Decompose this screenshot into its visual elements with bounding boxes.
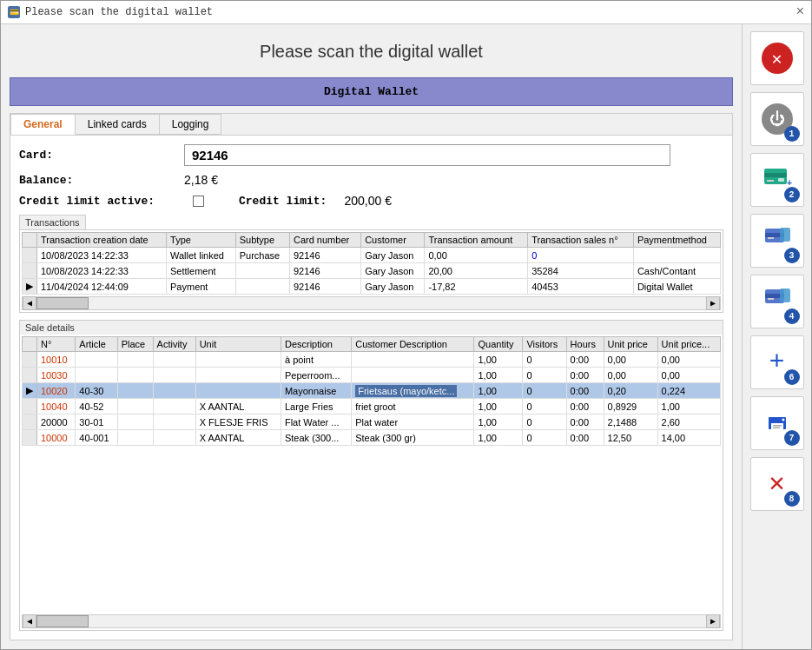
th-sd-place: Place bbox=[117, 337, 153, 352]
card-field-row: Card: 92146 bbox=[19, 144, 723, 166]
print-button[interactable]: 7 bbox=[750, 396, 804, 450]
sd-quantity-0: 1,00 bbox=[474, 352, 523, 368]
transactions-label: Transactions bbox=[19, 215, 86, 229]
th-sd-visitors: Visitors bbox=[523, 337, 566, 352]
credit-limit-row: Credit limit active: Credit limit: 200,0… bbox=[19, 194, 723, 208]
tx-sales-no-1: 35284 bbox=[528, 263, 634, 279]
sd-unit-price2-5: 14,00 bbox=[657, 430, 720, 446]
sd-hours-1: 0:00 bbox=[566, 368, 604, 383]
scroll-left-arrow[interactable]: ◀ bbox=[23, 296, 36, 310]
tab-linked-cards[interactable]: Linked cards bbox=[75, 114, 160, 135]
tab-general[interactable]: General bbox=[10, 114, 76, 135]
th-indicator bbox=[23, 233, 37, 248]
sd-unit-price2-3: 1,00 bbox=[657, 399, 720, 415]
sd-hours-2: 0:00 bbox=[566, 383, 604, 399]
sd-unit-price-2: 0,20 bbox=[604, 383, 657, 399]
card-label: Card: bbox=[19, 149, 175, 162]
svg-point-19 bbox=[782, 419, 784, 421]
power-badge: 1 bbox=[784, 126, 800, 142]
sd-no-2: 10020 bbox=[37, 383, 76, 399]
window-close-button[interactable]: × bbox=[795, 4, 804, 20]
tx-amount-1: 20,00 bbox=[425, 263, 528, 279]
sd-article-2: 40-30 bbox=[76, 383, 117, 399]
card-green-button[interactable]: + 2 bbox=[750, 153, 804, 207]
title-bar-left: 💳 Please scan the digital wallet bbox=[8, 6, 213, 18]
power-button[interactable]: ⏻ 1 bbox=[750, 92, 804, 146]
plus-button[interactable]: + 6 bbox=[750, 335, 804, 389]
sd-unit-3: X AANTAL bbox=[195, 399, 281, 415]
th-type: Type bbox=[167, 233, 236, 248]
th-card: Card number bbox=[289, 233, 360, 248]
sd-unit-5: X AANTAL bbox=[195, 430, 281, 446]
sd-visitors-3: 0 bbox=[523, 399, 566, 415]
main-window: 💳 Please scan the digital wallet × Pleas… bbox=[0, 0, 812, 650]
credit-limit-checkbox[interactable] bbox=[193, 196, 204, 207]
th-sd-no: N° bbox=[37, 337, 76, 352]
sd-unit-price-0: 0,00 bbox=[604, 352, 657, 368]
card-value: 92146 bbox=[184, 144, 670, 166]
sd-unit-price-4: 2,1488 bbox=[604, 415, 657, 430]
window-title: Please scan the digital wallet bbox=[25, 6, 213, 18]
th-date: Transaction creation date bbox=[37, 233, 167, 248]
tab-logging[interactable]: Logging bbox=[159, 114, 222, 135]
close-x-button[interactable]: ✕ 8 bbox=[750, 457, 804, 511]
sd-quantity-1: 1,00 bbox=[474, 368, 523, 383]
app-icon: 💳 bbox=[8, 6, 20, 18]
sd-indicator-5 bbox=[23, 430, 37, 446]
sd-hours-5: 0:00 bbox=[566, 430, 604, 446]
credit-limit-value: 200,00 € bbox=[344, 194, 392, 208]
sd-no-4: 20000 bbox=[37, 415, 76, 430]
card-blue4-button[interactable]: 4 bbox=[750, 275, 804, 328]
sd-place-0 bbox=[117, 352, 153, 368]
content-area: Please scan the digital wallet Digital W… bbox=[1, 24, 811, 649]
scrollbar-track bbox=[36, 297, 706, 309]
sd-hours-3: 0:00 bbox=[566, 399, 604, 415]
sd-article-1 bbox=[76, 368, 117, 383]
sd-hours-0: 0:00 bbox=[566, 352, 604, 368]
sd-description-5: Steak (300... bbox=[281, 430, 351, 446]
tx-date-1: 10/08/2023 14:22:33 bbox=[37, 263, 167, 279]
sd-place-2 bbox=[117, 383, 153, 399]
sd-scroll-left[interactable]: ◀ bbox=[23, 614, 36, 628]
sd-place-5 bbox=[117, 430, 153, 446]
card-blue3-button[interactable]: 3 bbox=[750, 214, 804, 268]
scroll-right-arrow[interactable]: ▶ bbox=[706, 296, 720, 310]
th-sd-unit-price2: Unit price... bbox=[657, 337, 720, 352]
tab-general-content: Card: 92146 Balance: 2,18 € Credit limit… bbox=[10, 136, 732, 640]
sd-description-2: Mayonnaise bbox=[281, 383, 351, 399]
th-sd-unit: Unit bbox=[195, 337, 281, 352]
sd-scrollbar-thumb[interactable] bbox=[36, 615, 89, 627]
sd-customer-desc-0 bbox=[352, 352, 474, 368]
sd-indicator-2: ▶ bbox=[23, 383, 37, 399]
th-sd-article: Article bbox=[76, 337, 117, 352]
sd-article-5: 40-001 bbox=[76, 430, 117, 446]
sd-visitors-1: 0 bbox=[523, 368, 566, 383]
sd-article-0 bbox=[76, 352, 117, 368]
sd-scroll-right[interactable]: ▶ bbox=[706, 614, 720, 628]
sd-customer-desc-4: Plat water bbox=[352, 415, 474, 430]
tx-amount-2: -17,82 bbox=[425, 279, 528, 295]
sale-details-container: N° Article Place Activity Unit Descripti… bbox=[19, 334, 723, 631]
plus-icon: + bbox=[769, 349, 784, 375]
sd-place-1 bbox=[117, 368, 153, 383]
close-red-button[interactable]: ✕ bbox=[750, 31, 804, 85]
svg-rect-2 bbox=[767, 180, 774, 182]
title-bar: 💳 Please scan the digital wallet × bbox=[1, 1, 811, 24]
tabs-container: General Linked cards Logging Card: 92146 bbox=[10, 113, 733, 640]
tx-customer-2: Gary Jason bbox=[361, 279, 425, 295]
sd-unit-4: X FLESJE FRIS bbox=[195, 415, 281, 430]
sale-details-scrollbar[interactable]: ◀ ▶ bbox=[22, 614, 721, 628]
tx-date-0: 10/08/2023 14:22:33 bbox=[37, 248, 167, 263]
transactions-table-wrapper[interactable]: Transaction creation date Type Subtype C… bbox=[22, 232, 721, 295]
transactions-scrollbar[interactable]: ◀ ▶ bbox=[22, 296, 721, 310]
close-red-icon: ✕ bbox=[762, 43, 793, 74]
balance-field-row: Balance: 2,18 € bbox=[19, 173, 723, 187]
tx-subtype-1 bbox=[235, 263, 289, 279]
th-subtype: Subtype bbox=[235, 233, 289, 248]
tx-indicator-2: ▶ bbox=[23, 279, 37, 295]
scrollbar-thumb[interactable] bbox=[36, 297, 89, 309]
sd-article-3: 40-52 bbox=[76, 399, 117, 415]
sd-activity-0 bbox=[153, 352, 195, 368]
sale-details-table-wrapper[interactable]: N° Article Place Activity Unit Descripti… bbox=[22, 336, 721, 613]
tx-payment-2: Digital Wallet bbox=[633, 279, 720, 295]
